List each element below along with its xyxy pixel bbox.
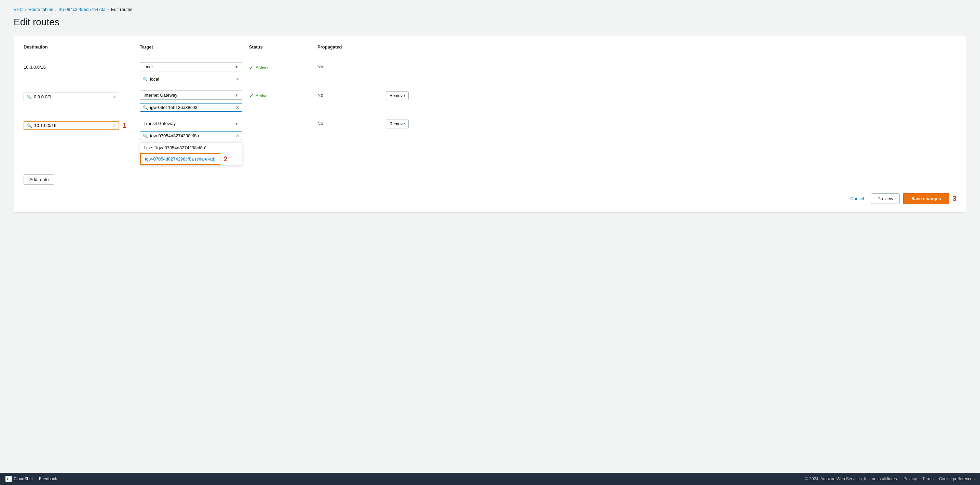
breadcrumb-rtb-id[interactable]: rtb-094c3f42ec57b47da [59,7,106,12]
page-title: Edit routes [14,17,966,28]
target-dropdown-1[interactable]: local ▼ [140,62,242,72]
sep3: › [108,7,109,12]
clear-icon-3[interactable]: ✕ [236,134,239,138]
target-search-wrap-2: 🔍 ✕ [140,103,242,112]
status-active-1: ✓ Active [249,64,317,71]
save-changes-button[interactable]: Save changes [903,193,949,204]
preview-button[interactable]: Preview [871,193,900,204]
dest-input-wrap-3: 🔍 ✕ [24,121,119,130]
breadcrumb-current: Edit routes [111,7,132,12]
col-propagated: Propagated [317,45,386,49]
remove-button-3[interactable]: Remove [386,119,409,129]
col-actions [386,45,956,49]
target-cell-3: Transit Gateway ▼ 🔍 ✕ Use: "tgw-07054d82… [140,119,249,165]
target-dropdown-label-3: Transit Gateway [143,121,176,126]
privacy-link[interactable]: Privacy [904,477,917,481]
dest-value-1: 10.3.0.0/16 [24,65,46,70]
col-target: Target [140,45,249,49]
search-icon-dest-3: 🔍 [27,123,32,128]
status-dash-3: – [249,121,251,126]
bottom-left: >_ CloudShell Feedback [5,476,57,482]
sep2: › [56,7,57,12]
dropdown-arrow-1: ▼ [235,65,239,69]
add-route-button[interactable]: Add route [24,174,54,185]
breadcrumb: VPC › Route tables › rtb-094c3f42ec57b47… [14,7,966,12]
cancel-button[interactable]: Cancel [847,194,867,203]
sep1: › [25,7,26,12]
search-icon-1: 🔍 [143,77,148,82]
check-icon-2: ✓ [249,92,253,99]
annotation-3: 3 [953,195,956,202]
dest-cell-1: 10.3.0.0/16 [24,62,140,70]
dest-cell-3: 🔍 ✕ 1 [24,119,140,130]
search-icon-3: 🔍 [143,134,148,138]
action-cell-2[interactable]: Remove [386,91,956,100]
action-cell-1 [386,62,956,63]
cloudshell-icon: >_ [5,476,12,482]
table-row: 🔍 ✕ Internet Gateway ▼ 🔍 ✕ [24,87,956,115]
check-icon-1: ✓ [249,64,253,71]
copyright-text: © 2024, Amazon Web Services, Inc. or its… [805,477,898,481]
target-search-wrap-3: 🔍 ✕ [140,132,242,140]
target-dropdown-label-2: Internet Gateway [143,92,177,98]
search-icon-dest-2: 🔍 [27,95,32,99]
breadcrumb-vpc[interactable]: VPC [14,7,23,12]
clear-icon-2[interactable]: ✕ [236,105,239,110]
target-search-input-2[interactable] [150,105,234,110]
terms-link[interactable]: Terms [922,477,934,481]
target-search-input-1[interactable] [150,76,234,82]
dropdown-arrow-3: ▼ [235,122,239,126]
annotation-1: 1 [123,122,126,129]
table-row: 🔍 ✕ 1 Transit Gateway ▼ 🔍 [24,115,956,169]
target-cell-2: Internet Gateway ▼ 🔍 ✕ [140,91,249,112]
propagated-cell-2: No [317,91,386,98]
col-destination: Destination [24,45,140,49]
status-active-2: ✓ Active [249,92,317,99]
cloudshell-label: CloudShell [14,477,33,481]
target-search-wrap-1: 🔍 ✕ [140,75,242,83]
status-label-2: Active [256,93,267,99]
clear-dest-3[interactable]: ✕ [113,123,116,128]
status-cell-1: ✓ Active [249,62,317,71]
dest-input-3[interactable] [34,123,110,128]
target-dropdown-label-1: local [143,64,153,69]
remove-button-2[interactable]: Remove [386,91,409,100]
bottom-bar: >_ CloudShell Feedback © 2024, Amazon We… [0,473,980,485]
feedback-button[interactable]: Feedback [39,477,57,481]
breadcrumb-route-tables[interactable]: Route tables [29,7,53,12]
dest-input-2[interactable] [34,94,111,99]
clear-dest-2[interactable]: ✕ [113,95,116,99]
status-cell-2: ✓ Active [249,91,317,99]
search-icon-2: 🔍 [143,105,148,110]
target-cell-1: local ▼ 🔍 ✕ [140,62,249,83]
cloudshell-button[interactable]: >_ CloudShell [5,476,33,482]
dest-input-wrap-2: 🔍 ✕ [24,92,119,101]
suggestion-use-text[interactable]: Use: "tgw-07054d8274298cf8a" [140,142,242,153]
status-label-1: Active [256,65,267,70]
col-status: Status [249,45,317,49]
footer-actions: Cancel Preview Save changes 3 [24,193,956,204]
target-dropdown-2[interactable]: Internet Gateway ▼ [140,91,242,100]
dropdown-arrow-2: ▼ [235,93,239,97]
clear-icon-1[interactable]: ✕ [236,77,239,82]
target-dropdown-3[interactable]: Transit Gateway ▼ [140,119,242,128]
status-cell-3: – [249,119,317,126]
action-cell-3[interactable]: Remove [386,119,956,129]
bottom-right: © 2024, Amazon Web Services, Inc. or its… [805,477,975,481]
propagated-cell-1: No [317,62,386,69]
suggestion-selected[interactable]: tgw-07054d8274298cf8a (share-att) [140,153,220,165]
dest-cell-2: 🔍 ✕ [24,91,140,101]
routes-card: Destination Target Status Propagated 10.… [14,36,966,213]
table-header: Destination Target Status Propagated [24,45,956,53]
target-search-input-3[interactable] [150,133,234,138]
table-row: 10.3.0.0/16 local ▼ 🔍 ✕ ✓ [24,59,956,87]
cookie-link[interactable]: Cookie preferences [939,477,975,481]
annotation-2: 2 [224,155,228,163]
dropdown-suggestions: Use: "tgw-07054d8274298cf8a" tgw-07054d8… [140,142,242,165]
propagated-cell-3: No [317,119,386,126]
